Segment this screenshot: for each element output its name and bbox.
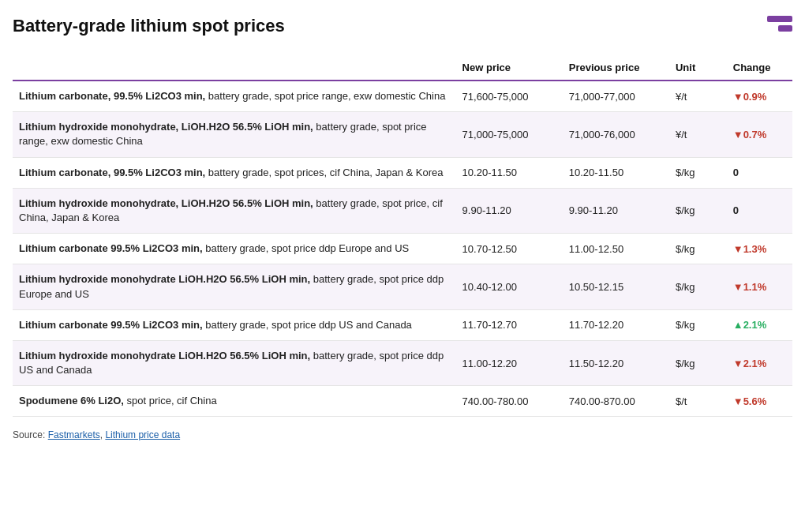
desc-bold: Spodumene 6% Li2O, bbox=[19, 395, 124, 406]
source-link-fastmarkets[interactable]: Fastmarkets bbox=[48, 429, 100, 440]
desc-bold: Lithium hydroxide monohydrate, LiOH.H2O … bbox=[19, 197, 313, 209]
desc-bold: Lithium carbonate 99.5% Li2CO3 min, bbox=[19, 242, 203, 254]
col-header-unit: Unit bbox=[669, 55, 727, 81]
cell-new-price: 10.70-12.50 bbox=[456, 234, 563, 264]
cell-new-price: 71,600-75,000 bbox=[456, 81, 563, 112]
desc-bold: Lithium hydroxide monohydrate, LiOH.H2O … bbox=[19, 121, 313, 133]
table-row: Lithium hydroxide monohydrate, LiOH.H2O … bbox=[13, 112, 792, 157]
cell-change: 0 bbox=[727, 157, 792, 188]
cell-description: Lithium hydroxide monohydrate, LiOH.H2O … bbox=[13, 112, 456, 157]
source-link-lithium-price-data[interactable]: Lithium price data bbox=[105, 429, 180, 440]
cell-prev-price: 71,000-77,000 bbox=[563, 81, 669, 112]
cell-change: ▼2.1% bbox=[727, 340, 792, 385]
source-prefix: Source: bbox=[13, 429, 48, 440]
table-row: Lithium hydroxide monohydrate, LiOH.H2O … bbox=[13, 188, 792, 233]
cell-description: Lithium hydroxide monohydrate, LiOH.H2O … bbox=[13, 188, 456, 233]
cell-change: ▼0.7% bbox=[727, 112, 792, 157]
desc-bold: Lithium carbonate, 99.5% Li2CO3 min, bbox=[19, 167, 205, 178]
prices-table: New price Previous price Unit Change Lit… bbox=[13, 55, 792, 417]
source-row: Source: Fastmarkets, Lithium price data bbox=[13, 429, 792, 440]
logo bbox=[767, 16, 792, 32]
cell-unit: $/kg bbox=[669, 264, 727, 309]
cell-new-price: 71,000-75,000 bbox=[456, 112, 563, 157]
cell-change: ▼1.3% bbox=[727, 234, 792, 264]
cell-prev-price: 11.50-12.20 bbox=[563, 340, 669, 385]
cell-new-price: 9.90-11.20 bbox=[456, 188, 563, 233]
table-row: Lithium carbonate, 99.5% Li2CO3 min, bat… bbox=[13, 157, 792, 188]
col-header-prev-price: Previous price bbox=[563, 55, 669, 81]
cell-prev-price: 740.00-870.00 bbox=[563, 386, 669, 417]
table-row: Spodumene 6% Li2O, spot price, cif China… bbox=[13, 386, 792, 417]
cell-description: Lithium hydroxide monohydrate LiOH.H2O 5… bbox=[13, 264, 456, 309]
cell-description: Lithium carbonate, 99.5% Li2CO3 min, bat… bbox=[13, 157, 456, 188]
desc-normal: spot price, cif China bbox=[124, 395, 217, 406]
desc-bold: Lithium carbonate, 99.5% Li2CO3 min, bbox=[19, 90, 205, 102]
cell-change: ▼5.6% bbox=[727, 386, 792, 417]
cell-new-price: 10.20-11.50 bbox=[456, 157, 563, 188]
cell-unit: $/kg bbox=[669, 340, 727, 385]
col-header-change: Change bbox=[727, 55, 792, 81]
logo-bar-middle bbox=[778, 25, 792, 32]
cell-description: Spodumene 6% Li2O, spot price, cif China bbox=[13, 386, 456, 417]
table-row: Lithium carbonate, 99.5% Li2CO3 min, bat… bbox=[13, 81, 792, 112]
cell-description: Lithium hydroxide monohydrate LiOH.H2O 5… bbox=[13, 340, 456, 385]
cell-change: 0 bbox=[727, 188, 792, 233]
cell-prev-price: 9.90-11.20 bbox=[563, 188, 669, 233]
cell-description: Lithium carbonate 99.5% Li2CO3 min, batt… bbox=[13, 309, 456, 340]
desc-normal: battery grade, spot price ddp Europe and… bbox=[203, 242, 410, 254]
cell-prev-price: 10.50-12.15 bbox=[563, 264, 669, 309]
cell-unit: ¥/t bbox=[669, 81, 727, 112]
header-row: Battery-grade lithium spot prices bbox=[13, 16, 792, 36]
col-header-desc bbox=[13, 55, 456, 81]
cell-unit: $/kg bbox=[669, 309, 727, 340]
cell-unit: $/t bbox=[669, 386, 727, 417]
cell-description: Lithium carbonate, 99.5% Li2CO3 min, bat… bbox=[13, 81, 456, 112]
desc-bold: Lithium carbonate 99.5% Li2CO3 min, bbox=[19, 319, 203, 331]
cell-change: ▲2.1% bbox=[727, 309, 792, 340]
table-row: Lithium carbonate 99.5% Li2CO3 min, batt… bbox=[13, 309, 792, 340]
col-header-new-price: New price bbox=[456, 55, 563, 81]
table-row: Lithium carbonate 99.5% Li2CO3 min, batt… bbox=[13, 234, 792, 264]
table-header-row: New price Previous price Unit Change bbox=[13, 55, 792, 81]
desc-normal: battery grade, spot prices, cif China, J… bbox=[205, 167, 443, 178]
cell-new-price: 11.70-12.70 bbox=[456, 309, 563, 340]
cell-prev-price: 11.00-12.50 bbox=[563, 234, 669, 264]
cell-unit: ¥/t bbox=[669, 112, 727, 157]
desc-normal: battery grade, spot price ddp US and Can… bbox=[203, 319, 412, 331]
cell-prev-price: 11.70-12.20 bbox=[563, 309, 669, 340]
logo-bar-top bbox=[767, 16, 792, 22]
cell-unit: $/kg bbox=[669, 234, 727, 264]
cell-change: ▼0.9% bbox=[727, 81, 792, 112]
page-title: Battery-grade lithium spot prices bbox=[13, 16, 285, 36]
cell-unit: $/kg bbox=[669, 157, 727, 188]
cell-change: ▼1.1% bbox=[727, 264, 792, 309]
page-wrapper: Battery-grade lithium spot prices New pr… bbox=[0, 0, 805, 456]
cell-prev-price: 71,000-76,000 bbox=[563, 112, 669, 157]
cell-description: Lithium carbonate 99.5% Li2CO3 min, batt… bbox=[13, 234, 456, 264]
table-row: Lithium hydroxide monohydrate LiOH.H2O 5… bbox=[13, 340, 792, 385]
cell-new-price: 10.40-12.00 bbox=[456, 264, 563, 309]
cell-new-price: 740.00-780.00 bbox=[456, 386, 563, 417]
desc-bold: Lithium hydroxide monohydrate LiOH.H2O 5… bbox=[19, 273, 310, 285]
cell-new-price: 11.00-12.20 bbox=[456, 340, 563, 385]
desc-bold: Lithium hydroxide monohydrate LiOH.H2O 5… bbox=[19, 350, 310, 362]
desc-normal: battery grade, spot price range, exw dom… bbox=[205, 90, 445, 102]
cell-unit: $/kg bbox=[669, 188, 727, 233]
cell-prev-price: 10.20-11.50 bbox=[563, 157, 669, 188]
table-row: Lithium hydroxide monohydrate LiOH.H2O 5… bbox=[13, 264, 792, 309]
